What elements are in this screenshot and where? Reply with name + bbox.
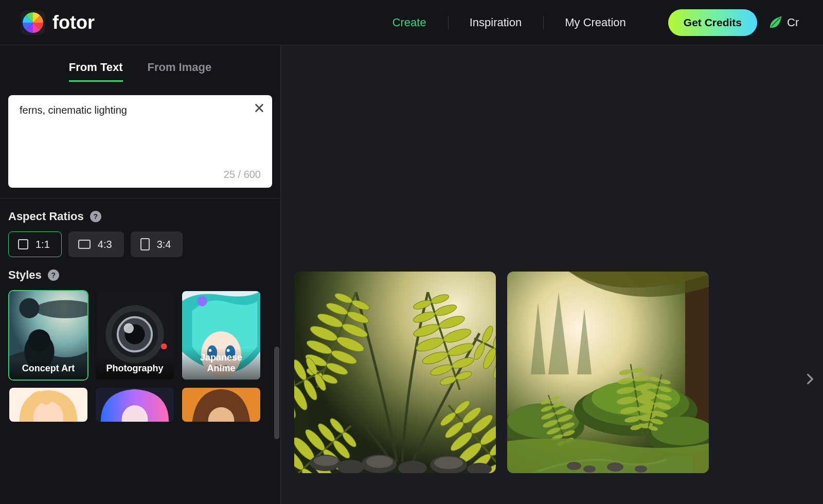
svg-point-60 <box>567 462 581 470</box>
nav-my-creation[interactable]: My Creation <box>543 16 648 29</box>
header: fotor Create Inspiration My Creation Get… <box>0 0 823 45</box>
logo[interactable]: fotor <box>21 10 95 35</box>
portrait-icon <box>140 238 150 250</box>
prompt-text: ferns, cinematic lighting <box>20 104 261 116</box>
style-card-more-2[interactable] <box>95 387 175 423</box>
results-area <box>281 45 823 504</box>
top-nav: Create Inspiration My Creation <box>371 16 648 29</box>
logo-icon <box>21 10 45 35</box>
style-label: Concept Art <box>9 359 87 380</box>
sidebar: From Text From Image ferns, cinematic li… <box>0 45 281 504</box>
next-results-icon[interactable] <box>803 372 817 386</box>
styles-title: Styles <box>8 268 42 282</box>
styles-help-icon[interactable]: ? <box>48 269 59 281</box>
leaf-icon <box>767 15 783 30</box>
nav-create[interactable]: Create <box>371 16 448 29</box>
result-image-1[interactable] <box>294 272 496 473</box>
svg-point-63 <box>635 465 647 473</box>
svg-point-62 <box>607 462 623 472</box>
clear-prompt-icon[interactable] <box>254 102 265 114</box>
nav-inspiration[interactable]: Inspiration <box>448 16 544 29</box>
landscape-icon <box>78 240 91 249</box>
ratio-4-3[interactable]: 4:3 <box>68 231 124 257</box>
svg-point-48 <box>366 456 393 468</box>
style-label: Japanese Anime <box>182 348 260 380</box>
aspect-ratio-title: Aspect Ratios <box>8 210 84 223</box>
get-credits-button[interactable]: Get Credits <box>668 9 757 36</box>
style-label: Photography <box>96 359 174 380</box>
style-card-more-1[interactable] <box>8 387 88 423</box>
style-japanese-anime[interactable]: Japanese Anime <box>181 290 261 381</box>
styles-section: Styles ? <box>0 257 280 423</box>
aspect-help-icon[interactable]: ? <box>90 211 101 222</box>
sidebar-scrollbar[interactable] <box>274 347 279 439</box>
logo-text: fotor <box>52 12 95 33</box>
main: From Text From Image ferns, cinematic li… <box>0 45 823 504</box>
style-concept-art[interactable]: Concept Art <box>8 290 88 381</box>
prompt-counter: 25 / 600 <box>224 169 261 181</box>
style-card-more-3[interactable] <box>181 387 261 423</box>
svg-point-3 <box>19 298 39 318</box>
svg-point-61 <box>583 465 596 473</box>
svg-point-5 <box>28 329 50 351</box>
tab-from-image[interactable]: From Image <box>148 61 212 82</box>
aspect-ratio-section: Aspect Ratios ? 1:1 4:3 3:4 <box>0 199 280 257</box>
tab-from-text[interactable]: From Text <box>69 61 123 82</box>
ratio-1-1[interactable]: 1:1 <box>8 231 62 257</box>
nav-right-partial[interactable]: Cr <box>787 16 802 29</box>
style-photography[interactable]: Photography <box>95 290 175 381</box>
ratio-3-4[interactable]: 3:4 <box>131 231 183 257</box>
svg-point-47 <box>314 456 338 466</box>
svg-point-19 <box>197 296 207 307</box>
svg-point-49 <box>434 457 463 469</box>
prompt-count-current: 25 <box>224 169 235 180</box>
result-image-2[interactable] <box>507 272 709 473</box>
prompt-count-max: 600 <box>244 169 261 180</box>
svg-point-11 <box>124 323 134 334</box>
prompt-input[interactable]: ferns, cinematic lighting 25 / 600 <box>8 95 272 188</box>
input-mode-tabs: From Text From Image <box>0 45 280 82</box>
square-icon <box>18 239 28 249</box>
svg-point-12 <box>161 344 167 350</box>
